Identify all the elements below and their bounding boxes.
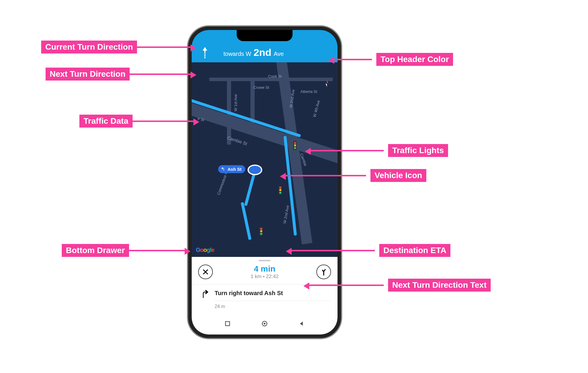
- eta-details: 1 km • 22:42: [251, 274, 279, 280]
- street-label-w1st: W 1st Ave: [233, 94, 238, 111]
- svg-marker-4: [325, 83, 327, 87]
- annotation-arrow: [291, 250, 375, 251]
- header-towards-prefix: towards W: [223, 51, 251, 57]
- annotation-arrow: [310, 150, 384, 151]
- vehicle-puck-icon: [248, 165, 262, 175]
- google-logo: Google: [196, 247, 214, 253]
- compass-icon[interactable]: [323, 79, 331, 88]
- annotation-label: Current Turn Direction: [41, 41, 137, 53]
- annotation-label: Vehicle Icon: [370, 169, 426, 182]
- eta-time: 4 min: [251, 264, 279, 274]
- svg-marker-8: [300, 322, 303, 326]
- annotation-label: Bottom Drawer: [62, 244, 129, 257]
- annotation-label: Next Turn Direction Text: [388, 279, 491, 292]
- next-step-row[interactable]: Turn right toward Ash St 24 m: [192, 285, 338, 316]
- annotation-label: Traffic Lights: [388, 144, 448, 157]
- annotation-arrow: [135, 46, 191, 48]
- street-label-cook: Cook St: [268, 74, 282, 78]
- annotation-arrow: [309, 285, 384, 286]
- street-label-alberta: Alberta St: [300, 89, 317, 94]
- svg-rect-5: [225, 322, 230, 326]
- straight-arrow-icon: [201, 46, 209, 59]
- annotation-label: Traffic Data: [79, 115, 133, 128]
- street-label-w2nd-bottom: W 2nd Ave: [282, 205, 290, 224]
- drawer-drag-handle[interactable]: [259, 260, 270, 261]
- annotation-arrow: [334, 59, 372, 60]
- street-label-w4th: W 4th Ave: [312, 100, 321, 118]
- annotation-arrow: [129, 121, 194, 122]
- android-recents-button[interactable]: [225, 321, 230, 328]
- close-navigation-button[interactable]: [198, 265, 213, 279]
- android-home-button[interactable]: [261, 320, 268, 328]
- svg-point-7: [264, 323, 265, 325]
- eta-block: 4 min 1 km • 22:42: [251, 264, 279, 280]
- annotation-label: Destination ETA: [379, 244, 450, 257]
- header-destination-text: towards W 2nd Ave: [215, 47, 338, 58]
- phone-notch: [237, 30, 293, 41]
- ash-chip-label: Ash St: [228, 167, 242, 172]
- turn-left-arrow-icon: [221, 167, 226, 172]
- route-segment-4: [241, 202, 252, 240]
- svg-marker-3: [327, 80, 328, 83]
- street-label-crowe: Crowe St: [253, 85, 269, 90]
- route-fork-icon: [320, 268, 328, 276]
- turn-right-icon: [200, 290, 209, 299]
- phone-screen: towards W 2nd Ave Then C: [192, 30, 338, 334]
- svg-rect-2: [204, 57, 206, 58]
- annotation-arrow: [285, 175, 366, 176]
- phone-frame: towards W 2nd Ave Then C: [188, 26, 341, 338]
- step-instruction: Turn right toward Ash St: [215, 290, 331, 301]
- annotation-label: Next Turn Direction: [46, 68, 130, 81]
- annotation-arrow: [129, 73, 191, 75]
- android-back-button[interactable]: [299, 321, 305, 328]
- traffic-light-icon: [293, 141, 297, 150]
- annotation-label: Top Header Color: [376, 53, 453, 66]
- route-alternatives-button[interactable]: [316, 265, 331, 279]
- step-distance: 24 m: [215, 301, 331, 309]
- svg-rect-1: [204, 55, 206, 56]
- svg-rect-0: [204, 53, 206, 55]
- close-icon: [202, 268, 209, 275]
- destination-street-chip[interactable]: Ash St: [218, 165, 245, 173]
- map-canvas[interactable]: Cook St Crowe St Alberta St W 1st Ave W …: [192, 62, 338, 257]
- bottom-drawer[interactable]: 4 min 1 km • 22:42 Turn right toward Ash…: [192, 257, 338, 334]
- traffic-light-icon: [278, 186, 282, 195]
- traffic-light-icon: [259, 227, 263, 236]
- annotation-arrow: [126, 250, 185, 251]
- drawer-summary-row: 4 min 1 km • 22:42: [192, 264, 338, 285]
- android-nav-bar: [192, 316, 338, 334]
- header-street-number: 2nd: [253, 47, 271, 58]
- header-street-suffix: Ave: [274, 51, 284, 57]
